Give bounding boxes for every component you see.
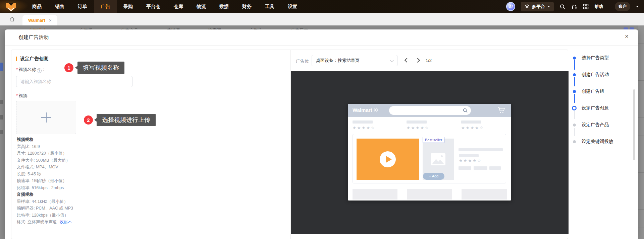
search-icon[interactable]: [559, 4, 566, 10]
bg-row-fragment: [0, 100, 3, 104]
star-rating: ★★★★☆: [461, 126, 506, 130]
step-set-ad-creative[interactable]: 设定广告创意: [572, 105, 609, 111]
spec-line: 格式: 立体声或单声道收起: [17, 219, 73, 226]
nav-item-warehouse[interactable]: 仓库: [167, 0, 190, 13]
prev-page-icon[interactable]: [405, 58, 409, 63]
annotation-tooltip-1: 填写视频名称: [77, 62, 124, 74]
product-placeholder: ★★★★☆: [407, 118, 449, 130]
video-upload-box[interactable]: [16, 101, 76, 134]
spec-line: 视频规格: [17, 136, 73, 143]
page-indicator: 1/2: [426, 58, 432, 63]
apps-grid-icon[interactable]: [583, 4, 589, 9]
nav-item-ads[interactable]: 广告: [94, 0, 117, 13]
step-select-ad-type[interactable]: 选择广告类型: [572, 55, 609, 61]
next-page-icon[interactable]: [415, 58, 420, 63]
walmart-logo: Walmart: [353, 107, 379, 113]
nav-item-logistics[interactable]: 物流: [190, 0, 213, 13]
fox-logo-icon[interactable]: [5, 2, 17, 12]
page-tabbar: Walmart ×: [0, 13, 644, 25]
chevron-up-icon: [68, 221, 72, 224]
cart-icon: [497, 106, 506, 115]
platform-switcher-label: 多平台: [532, 4, 545, 10]
headset-icon[interactable]: [571, 4, 577, 10]
video-specs: 视频规格 宽高比: 16:9 尺寸: 1280x720（最小值） 文件大小: 5…: [17, 136, 73, 226]
annotation-badge-1: 1: [64, 63, 73, 72]
collapse-link[interactable]: 收起: [59, 220, 71, 224]
video-name-input[interactable]: [16, 76, 132, 87]
step-create-ad-group[interactable]: 创建广告组: [572, 88, 604, 94]
nav-item-tools[interactable]: 工具: [258, 0, 281, 13]
nav-right-cluster: AI 多平台: [506, 2, 644, 11]
modal-title: 创建广告活动: [18, 34, 49, 41]
question-circle-icon[interactable]: ?: [37, 68, 42, 73]
text-placeholder: [459, 154, 479, 157]
account-button[interactable]: 账户: [615, 2, 630, 11]
tab-close-icon[interactable]: ×: [49, 18, 52, 23]
search-icon: [463, 108, 468, 113]
video-name-label: *视频名称?:: [16, 67, 44, 73]
video-ad-unit: Best seller + Add: [353, 134, 506, 183]
step-create-campaign[interactable]: 创建广告活动: [572, 72, 609, 78]
platform-switcher[interactable]: 多平台: [521, 2, 554, 11]
product-placeholder: ★★★★☆: [461, 118, 506, 130]
annotation-tooltip-2: 选择视频进行上传: [97, 114, 156, 126]
nav-item-orders[interactable]: 订单: [71, 0, 94, 13]
tab-walmart[interactable]: Walmart ×: [22, 15, 57, 25]
create-campaign-modal: 创建广告活动 × 设定广告创意 *视频名称?: 1 填写视频名称 *视频: 2 …: [5, 29, 638, 239]
account-chevron-down-icon[interactable]: [636, 6, 639, 7]
bg-row-fragment: [0, 115, 3, 119]
annotation-badge-2: 2: [84, 115, 93, 125]
nav-item-sales[interactable]: 销售: [48, 0, 71, 13]
top-navbar: 商品 销售 订单 广告 采购 平台仓 仓库 物流 数据 财务 工具 设置 AI …: [0, 0, 644, 13]
nav-item-platform-warehouse[interactable]: 平台仓: [140, 0, 167, 13]
video-label: *视频:: [16, 93, 29, 99]
video-player-placeholder: [357, 139, 419, 180]
product-placeholder: ★★★★☆: [353, 118, 404, 130]
nav-item-data[interactable]: 数据: [213, 0, 235, 13]
modal-scrollbar[interactable]: [633, 89, 635, 160]
star-rating: ★★★★☆: [353, 126, 404, 130]
ad-preview-panel: 广告位 桌面设备：搜索结果页 1/2 Walmart: [290, 50, 568, 239]
help-link[interactable]: 帮助: [594, 4, 603, 10]
content-placeholder: [353, 189, 397, 200]
placement-select[interactable]: 桌面设备：搜索结果页: [312, 55, 397, 66]
home-icon[interactable]: [9, 16, 15, 24]
ai-assistant-button[interactable]: AI: [506, 2, 515, 11]
bg-button-fragment: [0, 63, 3, 71]
nav-item-products[interactable]: 商品: [25, 0, 48, 13]
spec-line: 编解码器: PCM、AAC 或 MP3: [17, 205, 73, 212]
spec-line: 宽高比: 16:9: [17, 143, 73, 150]
step-set-ad-products[interactable]: 设定广告产品: [572, 122, 609, 128]
star-rating: ★★★★☆: [407, 126, 449, 130]
main-nav: 商品 销售 订单 广告 采购 平台仓 仓库 物流 数据 财务 工具 设置: [25, 0, 304, 13]
step-connector: [574, 77, 575, 86]
preview-canvas: Walmart: [291, 71, 569, 234]
step-set-keyword-targeting[interactable]: 设定关键词投放: [572, 139, 613, 145]
text-placeholder: [461, 121, 481, 124]
variant-placeholder: [489, 166, 501, 170]
content-placeholder: [462, 189, 507, 200]
spec-line: 比特率: 128kbps（最小值）: [17, 212, 73, 219]
plus-icon: [41, 112, 51, 123]
modal-close-icon[interactable]: ×: [625, 33, 629, 39]
required-mark: *: [16, 93, 18, 98]
section-header: 设定广告创意: [16, 56, 48, 62]
nav-item-purchasing[interactable]: 采购: [117, 0, 140, 13]
step-label: 设定广告产品: [582, 122, 609, 128]
nav-item-settings[interactable]: 设置: [281, 0, 304, 13]
star-rating: ★★★★☆: [459, 158, 482, 163]
step-connector: [574, 111, 575, 119]
step-label: 选择广告类型: [582, 55, 609, 61]
divider: [609, 4, 609, 9]
required-mark: *: [16, 67, 18, 72]
nav-item-finance[interactable]: 财务: [235, 0, 258, 13]
spec-line: 长度: 5-45 秒: [17, 171, 73, 178]
spec-line: 尺寸: 1280x720（最小值）: [17, 150, 73, 157]
step-label: 设定关键词投放: [582, 139, 613, 145]
bg-table-fragment: [638, 25, 644, 239]
variant-placeholder: [474, 166, 487, 170]
play-icon[interactable]: [380, 151, 396, 167]
bg-row-fragment: [0, 130, 3, 134]
best-seller-badge: Best seller: [423, 137, 444, 143]
placement-select-value: 桌面设备：搜索结果页: [316, 58, 360, 63]
